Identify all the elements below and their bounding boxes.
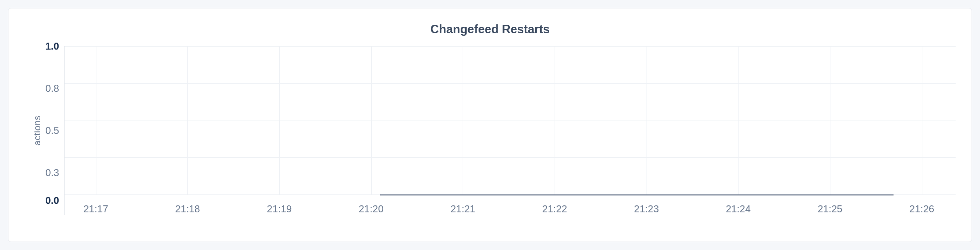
gridline-v [96,46,96,195]
x-tick: 21:23 [634,203,659,215]
gridline-v [187,46,188,195]
gridline-v [738,46,739,195]
x-tick: 21:22 [542,203,567,215]
chart-panel: Changefeed Restarts actions 1.0 0.8 0.5 … [8,8,972,242]
y-tick: 1.0 [45,41,59,52]
y-tick: 0.8 [45,83,59,94]
x-tick: 21:21 [450,203,475,215]
gridline-v [555,46,555,195]
gridline-v [830,46,830,195]
gridline-v [463,46,463,195]
x-tick: 21:19 [267,203,292,215]
gridline-h [65,46,956,47]
chart-area: actions 1.0 0.8 0.5 0.3 0.0 [24,46,956,215]
plot-area[interactable]: 21:17 21:18 21:19 21:20 21:21 21:22 21:2… [64,46,956,215]
y-tick: 0.3 [45,167,59,179]
x-tick: 21:20 [359,203,384,215]
x-tick: 21:17 [83,203,108,215]
data-line [380,194,894,195]
x-tick: 21:18 [175,203,200,215]
x-tick: 21:26 [909,203,934,215]
x-tick: 21:24 [726,203,750,215]
chart-title: Changefeed Restarts [24,22,956,36]
gridline-v [371,46,372,195]
gridline-v [279,46,280,195]
gridline-v [922,46,922,195]
gridline-h [65,157,956,158]
gridline-v [647,46,647,195]
gridline-h [65,121,956,121]
y-tick: 0.5 [45,125,59,136]
y-tick: 0.0 [45,195,59,206]
y-axis-ticks: 1.0 0.8 0.5 0.3 0.0 [24,46,64,215]
x-tick: 21:25 [817,203,842,215]
gridline-h [65,83,956,84]
